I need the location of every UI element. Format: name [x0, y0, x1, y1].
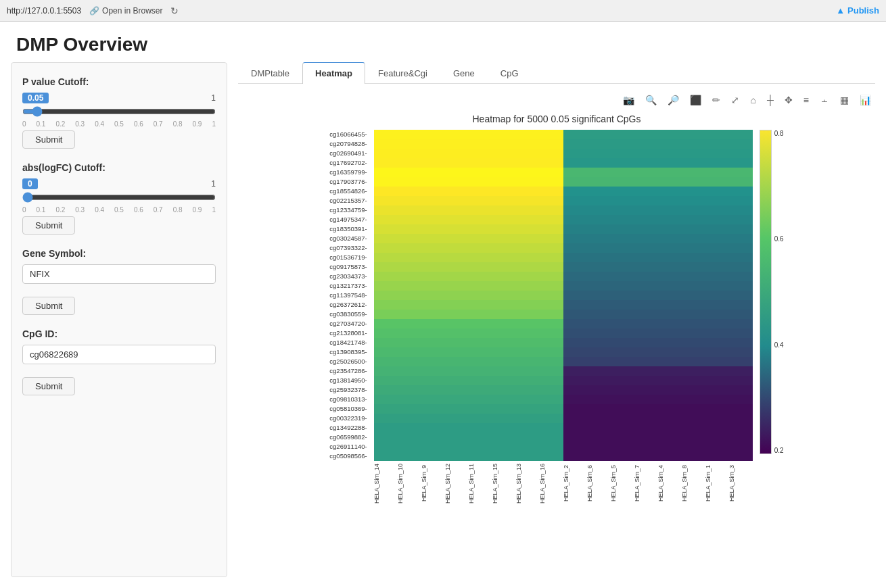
autoscale-icon[interactable]: ⤢: [727, 92, 743, 108]
genesymbol-section: Gene Symbol: Submit: [22, 248, 216, 315]
pvalue-slider[interactable]: [22, 106, 216, 117]
yaxis-label: cg16359799-: [329, 168, 367, 177]
xaxis-label: HELA_Sim_16: [540, 464, 563, 504]
home-icon[interactable]: ⌂: [746, 92, 760, 108]
cpgid-label: CpG ID:: [22, 328, 216, 339]
genesymbol-input[interactable]: [22, 264, 216, 284]
yaxis-label: cg25932378-: [329, 385, 367, 395]
tab-cpg[interactable]: CpG: [488, 62, 532, 84]
yaxis-label: cg06599882-: [329, 433, 367, 442]
heatmap-wrapper: cg16066455-cg20794828-cg02690491-cg17692…: [329, 130, 783, 504]
pvalue-section: P value Cutoff: 0.05 1 00.10.20.30.4 0.5…: [22, 76, 216, 149]
publish-icon: ▲: [836, 5, 845, 16]
yaxis-label: cg13492288-: [329, 423, 367, 433]
xaxis-label: HELA_Sim_15: [492, 464, 516, 504]
tab-gene[interactable]: Gene: [440, 62, 488, 84]
yaxis-label: cg25026500-: [329, 357, 367, 366]
yaxis-label: cg18350391-: [329, 224, 367, 234]
open-browser-icon: 🔗: [89, 6, 99, 16]
xaxis-label: HELA_Sim_7: [634, 464, 658, 504]
open-in-browser-button[interactable]: 🔗 Open in Browser: [89, 6, 162, 16]
logfc-badge: 0: [22, 178, 38, 189]
publish-button[interactable]: ▲ Publish: [836, 5, 879, 16]
xaxis-label: HELA_Sim_3: [729, 464, 753, 504]
yaxis-label: cg14975347-: [329, 215, 367, 224]
yaxis-label: cg23034373-: [329, 272, 367, 281]
logfc-slider[interactable]: [22, 192, 216, 203]
yaxis-label: cg23547286-: [329, 366, 367, 376]
tab-featurecgi[interactable]: Feature&Cgi: [365, 62, 440, 84]
yaxis-label: cg17692702-: [329, 158, 367, 168]
heatmap-xaxis: HELA_Sim_14HELA_Sim_10HELA_Sim_9HELA_Sim…: [374, 464, 753, 504]
lasso-icon[interactable]: ✏: [708, 92, 724, 108]
yaxis-label: cg18554826-: [329, 187, 367, 196]
refresh-button[interactable]: ↻: [170, 5, 179, 16]
yaxis-label: cg18421748-: [329, 338, 367, 347]
content-area: P value Cutoff: 0.05 1 00.10.20.30.4 0.5…: [0, 62, 886, 588]
pvalue-ticks: 00.10.20.30.4 0.50.60.70.80.91: [22, 120, 216, 128]
select-box-icon[interactable]: ⬛: [686, 92, 705, 108]
colorscale-labels: 0.8 0.6 0.4 0.2: [774, 130, 784, 454]
logfc-submit-button[interactable]: Submit: [22, 216, 75, 235]
logfc-label: abs(logFC) Cutoff:: [22, 162, 216, 173]
cpgid-submit-button[interactable]: Submit: [22, 377, 75, 395]
heatmap-yaxis: cg16066455-cg20794828-cg02690491-cg17692…: [329, 130, 367, 461]
zoom-out-icon[interactable]: 🔎: [663, 92, 683, 108]
compare-icon[interactable]: ≡: [799, 92, 813, 108]
yaxis-label: cg00322319-: [329, 414, 367, 423]
yaxis-label: cg17903776-: [329, 177, 367, 187]
cpgid-input[interactable]: [22, 345, 216, 364]
yaxis-label: cg03024587-: [329, 234, 367, 243]
yaxis-label: cg27034720-: [329, 319, 367, 328]
logfc-max: 1: [211, 179, 216, 189]
logfc-ticks: 00.10.20.30.4 0.50.60.70.80.91: [22, 206, 216, 214]
yaxis-label: cg13217373-: [329, 281, 367, 291]
xaxis-label: HELA_Sim_14: [374, 464, 398, 504]
zoom-in-icon[interactable]: 🔍: [641, 92, 661, 108]
plot-area: Heatmap for 5000 0.05 significant CpGs c…: [238, 111, 875, 577]
yaxis-label: cg09175873-: [329, 262, 367, 272]
genesymbol-label: Gene Symbol:: [22, 248, 216, 259]
xaxis-label: HELA_Sim_6: [587, 464, 611, 504]
yaxis-label: cg05098566-: [329, 451, 367, 461]
spike-icon[interactable]: ┼: [763, 92, 778, 108]
sidebar: P value Cutoff: 0.05 1 00.10.20.30.4 0.5…: [11, 62, 227, 577]
main-layout: DMP Overview P value Cutoff: 0.05 1 00.1…: [0, 22, 886, 588]
barchart-icon[interactable]: 📊: [856, 92, 875, 108]
yaxis-label: cg01536719-: [329, 253, 367, 262]
tabs: DMPtable Heatmap Feature&Cgi Gene CpG: [238, 62, 875, 84]
closest-icon[interactable]: ⫠: [816, 92, 833, 108]
pan-icon[interactable]: ✥: [780, 92, 797, 108]
yaxis-label: cg20794828-: [329, 139, 367, 149]
yaxis-label: cg11397548-: [329, 291, 367, 300]
browser-bar: http://127.0.0.1:5503 🔗 Open in Browser …: [0, 0, 886, 22]
pvalue-max: 1: [211, 93, 216, 103]
camera-icon[interactable]: 📷: [619, 92, 638, 108]
xaxis-label: HELA_Sim_1: [705, 464, 729, 504]
colorscale-bottom: 0.2: [774, 447, 784, 454]
heatmap-canvas: [374, 130, 753, 461]
genesymbol-submit-button[interactable]: Submit: [22, 297, 75, 315]
pvalue-submit-button[interactable]: Submit: [22, 130, 75, 149]
yaxis-label: cg07393322-: [329, 243, 367, 253]
xaxis-label: HELA_Sim_4: [658, 464, 682, 504]
cpgid-section: CpG ID: Submit: [22, 328, 216, 395]
tab-dmptable[interactable]: DMPtable: [238, 62, 302, 84]
colorscale-mid1: 0.6: [774, 235, 784, 243]
tab-heatmap[interactable]: Heatmap: [302, 62, 365, 84]
yaxis-label: cg02690491-: [329, 149, 367, 158]
page-title: DMP Overview: [0, 22, 886, 62]
svg-icon[interactable]: ▦: [836, 92, 853, 108]
logfc-section: abs(logFC) Cutoff: 0 1 00.10.20.30.4 0.5…: [22, 162, 216, 235]
plot-container: Heatmap for 5000 0.05 significant CpGs c…: [238, 111, 875, 577]
heatmap-center: HELA_Sim_14HELA_Sim_10HELA_Sim_9HELA_Sim…: [374, 130, 753, 504]
url-bar: http://127.0.0.1:5503: [7, 6, 81, 16]
xaxis-label: HELA_Sim_13: [516, 464, 540, 504]
yaxis-label: cg26372612-: [329, 300, 367, 310]
right-panel: DMPtable Heatmap Feature&Cgi Gene CpG 📷 …: [227, 62, 886, 588]
xaxis-label: HELA_Sim_8: [682, 464, 705, 504]
yaxis-label: cg13908395-: [329, 347, 367, 357]
colorscale: 0.8 0.6 0.4 0.2: [760, 130, 784, 454]
xaxis-label: HELA_Sim_10: [398, 464, 421, 504]
xaxis-label: HELA_Sim_9: [421, 464, 445, 504]
